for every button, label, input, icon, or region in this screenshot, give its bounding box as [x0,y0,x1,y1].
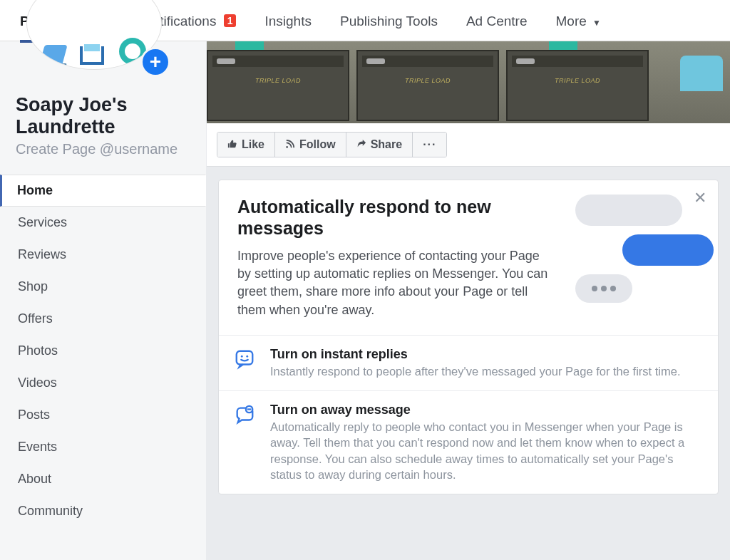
sidebar-item-reviews[interactable]: Reviews [0,239,206,271]
page-title: Soapy Joe's Laundrette [16,94,190,138]
tab-publishing-tools[interactable]: Publishing Tools [340,9,438,42]
like-label: Like [242,138,264,151]
action-bar: Like Follow Share ··· [207,123,730,167]
more-actions-button[interactable]: ··· [413,133,446,157]
sidebar-item-videos[interactable]: Videos [0,367,206,399]
iron-icon [39,45,68,65]
basket-icon [80,46,104,65]
add-photo-button[interactable]: + [140,47,170,77]
option-description: Automatically reply to people who contac… [270,419,699,482]
side-nav: Home Services Reviews Shop Offers Photos… [0,175,206,527]
sidebar-item-offers[interactable]: Offers [0,303,206,335]
machine-label: TRIPLE LOAD [255,77,301,84]
typing-bubble-icon [575,274,632,303]
sidebar-item-posts[interactable]: Posts [0,399,206,431]
option-title: Turn on instant replies [270,347,699,362]
decor-pipe [549,41,577,50]
machine-label: TRIPLE LOAD [555,77,600,84]
tab-more-label: More [555,14,586,28]
tab-insights[interactable]: Insights [264,9,311,42]
share-icon [356,139,366,151]
sidebar-item-shop[interactable]: Shop [0,271,206,303]
tab-ad-centre[interactable]: Ad Centre [466,9,528,42]
svg-rect-1 [237,351,253,365]
action-button-group: Like Follow Share ··· [217,132,447,157]
card-title: Automatically respond to new messages [237,196,537,239]
machine-label: TRIPLE LOAD [405,77,451,84]
tab-more[interactable]: More ▼ [555,9,600,42]
follow-label: Follow [299,138,336,151]
sidebar: + Soapy Joe's Laundrette Create Page @us… [0,41,207,560]
create-username-link[interactable]: Create Page @username [16,141,190,157]
water-jug-icon [680,56,723,91]
close-button[interactable]: ✕ [694,189,706,207]
cover-photo[interactable]: TRIPLE LOAD TRIPLE LOAD TRIPLE LOAD [207,41,730,123]
ellipsis-icon: ··· [423,138,436,151]
sidebar-item-home[interactable]: Home [0,175,206,207]
messenger-away-icon [230,403,259,482]
messenger-smile-icon [230,347,259,379]
svg-point-2 [241,356,243,358]
sidebar-item-community[interactable]: Community [0,495,206,527]
notifications-badge: 1 [224,14,237,27]
svg-point-0 [286,146,288,148]
share-label: Share [371,138,402,151]
option-title: Turn on away message [270,403,699,418]
svg-point-3 [246,356,248,358]
option-instant-replies[interactable]: Turn on instant replies Instantly respon… [219,336,718,391]
sidebar-item-services[interactable]: Services [0,207,206,239]
decor-pipe [235,41,264,50]
share-button[interactable]: Share [346,133,413,157]
follow-button[interactable]: Follow [275,133,346,157]
option-away-message[interactable]: Turn on away message Automatically reply… [219,391,718,494]
chat-bubble-icon [575,195,682,226]
card-description: Improve people's experience of contactin… [237,247,551,319]
rss-icon [285,139,295,151]
option-description: Instantly respond to people after they'v… [270,363,699,379]
like-button[interactable]: Like [217,133,275,157]
chat-bubble-icon [622,234,714,266]
sidebar-item-photos[interactable]: Photos [0,335,206,367]
main-content: TRIPLE LOAD TRIPLE LOAD TRIPLE LOAD Like… [207,41,730,560]
sidebar-item-about[interactable]: About [0,463,206,495]
thumbs-up-icon [227,139,237,151]
sidebar-item-events[interactable]: Events [0,431,206,463]
chevron-down-icon: ▼ [592,18,601,28]
auto-respond-card: ✕ Automatically respond to new messages … [218,180,719,494]
